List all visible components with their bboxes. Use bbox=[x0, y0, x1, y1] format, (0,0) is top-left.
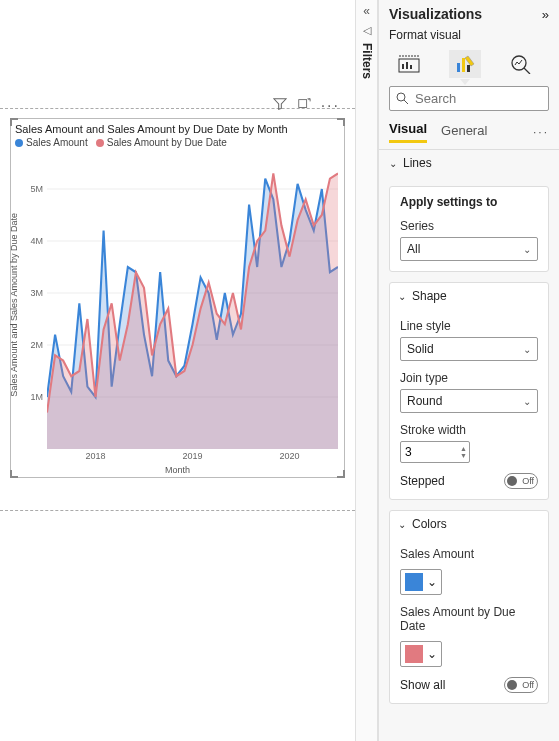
search-input[interactable] bbox=[415, 91, 559, 106]
chart-legend: Sales Amount Sales Amount by Due Date bbox=[11, 135, 344, 150]
filters-pane-collapsed[interactable]: « ◁ Filters bbox=[355, 0, 377, 741]
stroke-width-input[interactable]: ▲▼ bbox=[400, 441, 470, 463]
visualizations-pane: Visualizations » Format visual Visual Ge… bbox=[378, 0, 559, 741]
color-picker-series1[interactable]: ⌄ bbox=[400, 569, 442, 595]
resize-handle[interactable] bbox=[10, 118, 18, 126]
chevron-down-icon: ⌄ bbox=[427, 575, 437, 589]
pane-subtitle: Format visual bbox=[389, 28, 549, 42]
line-style-label: Line style bbox=[400, 319, 538, 333]
format-tabs: Visual General ··· bbox=[389, 121, 549, 143]
tab-more-icon[interactable]: ··· bbox=[533, 125, 549, 139]
legend-item[interactable]: Sales Amount by Due Date bbox=[96, 137, 227, 148]
visual-header: ··· bbox=[273, 97, 340, 115]
format-visual-icon[interactable] bbox=[449, 50, 481, 78]
card-apply-settings: Apply settings to Series All ⌄ bbox=[389, 186, 549, 272]
y-axis-ticks: 1M2M3M4M5M bbox=[27, 163, 45, 449]
filter-icon[interactable] bbox=[273, 97, 287, 115]
chevron-down-icon: ⌄ bbox=[523, 344, 531, 355]
stroke-width-label: Stroke width bbox=[400, 423, 538, 437]
stroke-width-field[interactable] bbox=[405, 445, 445, 459]
section-shape-header[interactable]: ⌄ Shape bbox=[390, 283, 548, 309]
tab-general[interactable]: General bbox=[441, 123, 487, 142]
section-label: Lines bbox=[403, 156, 432, 170]
section-label: Shape bbox=[412, 289, 447, 303]
chevron-down-icon: ⌄ bbox=[427, 647, 437, 661]
color-picker-series2[interactable]: ⌄ bbox=[400, 641, 442, 667]
more-options-icon[interactable]: ··· bbox=[321, 97, 340, 115]
series-label: Series bbox=[400, 219, 538, 233]
line-style-dropdown[interactable]: Solid ⌄ bbox=[400, 337, 538, 361]
svg-line-15 bbox=[524, 68, 530, 74]
color-swatch bbox=[405, 573, 423, 591]
join-type-dropdown[interactable]: Round ⌄ bbox=[400, 389, 538, 413]
filters-announce-icon: ◁ bbox=[363, 24, 371, 37]
card-shape: ⌄ Shape Line style Solid ⌄ Join type Rou… bbox=[389, 282, 549, 500]
chevron-down-icon: ⌄ bbox=[398, 519, 406, 530]
search-icon bbox=[396, 92, 409, 105]
svg-rect-13 bbox=[467, 65, 470, 72]
svg-rect-11 bbox=[457, 63, 460, 72]
dropdown-value: Round bbox=[407, 394, 442, 408]
search-box[interactable] bbox=[389, 86, 549, 111]
y-axis-label: Sales Amount and Sales Amount by Due Dat… bbox=[9, 159, 23, 451]
color-series2-label: Sales Amount by Due Date bbox=[400, 605, 538, 633]
show-all-toggle[interactable]: Off bbox=[504, 677, 538, 693]
chevron-down-icon: ⌄ bbox=[523, 244, 531, 255]
collapse-pane-icon[interactable]: » bbox=[542, 7, 549, 22]
dropdown-value: Solid bbox=[407, 342, 434, 356]
color-swatch bbox=[405, 645, 423, 663]
plot-area bbox=[47, 163, 338, 449]
card-colors: ⌄ Colors Sales Amount ⌄ Sales Amount by … bbox=[389, 510, 549, 704]
section-colors-header[interactable]: ⌄ Colors bbox=[390, 511, 548, 537]
svg-rect-7 bbox=[402, 64, 404, 69]
color-series1-label: Sales Amount bbox=[400, 547, 538, 561]
svg-rect-9 bbox=[410, 65, 412, 69]
section-lines-header[interactable]: ⌄ Lines bbox=[389, 150, 549, 176]
chart-title: Sales Amount and Sales Amount by Due Dat… bbox=[11, 119, 344, 135]
x-axis-ticks: 201820192020 bbox=[47, 451, 338, 463]
stepped-label: Stepped bbox=[400, 474, 445, 488]
join-type-label: Join type bbox=[400, 371, 538, 385]
show-all-label: Show all bbox=[400, 678, 445, 692]
svg-rect-8 bbox=[406, 62, 408, 69]
focus-mode-icon[interactable] bbox=[297, 97, 311, 115]
visual-container[interactable]: ··· Sales Amount and Sales Amount by Due… bbox=[10, 118, 345, 478]
chevron-down-icon: ⌄ bbox=[398, 291, 406, 302]
chevron-down-icon: ⌄ bbox=[389, 158, 397, 169]
x-axis-label: Month bbox=[11, 465, 344, 475]
resize-handle[interactable] bbox=[337, 118, 345, 126]
report-canvas: « ◁ Filters ··· Sales Amount and Sales A… bbox=[0, 0, 378, 741]
svg-point-16 bbox=[397, 93, 405, 101]
svg-rect-12 bbox=[462, 58, 465, 72]
svg-line-17 bbox=[404, 100, 408, 104]
crop-line bbox=[0, 510, 355, 511]
format-mode-tabs bbox=[389, 42, 549, 82]
build-visual-icon[interactable] bbox=[393, 50, 425, 78]
expand-filters-icon[interactable]: « bbox=[363, 4, 370, 18]
tab-visual[interactable]: Visual bbox=[389, 121, 427, 143]
section-label: Colors bbox=[412, 517, 447, 531]
filters-label: Filters bbox=[360, 43, 374, 79]
legend-item[interactable]: Sales Amount bbox=[15, 137, 88, 148]
chevron-down-icon: ⌄ bbox=[523, 396, 531, 407]
series-dropdown[interactable]: All ⌄ bbox=[400, 237, 538, 261]
svg-rect-0 bbox=[298, 100, 306, 108]
svg-point-14 bbox=[512, 56, 526, 70]
dropdown-value: All bbox=[407, 242, 420, 256]
pane-title: Visualizations bbox=[389, 6, 482, 22]
apply-settings-label: Apply settings to bbox=[400, 195, 538, 209]
analytics-icon[interactable] bbox=[505, 50, 537, 78]
spinner-icon[interactable]: ▲▼ bbox=[460, 443, 467, 461]
stepped-toggle[interactable]: Off bbox=[504, 473, 538, 489]
